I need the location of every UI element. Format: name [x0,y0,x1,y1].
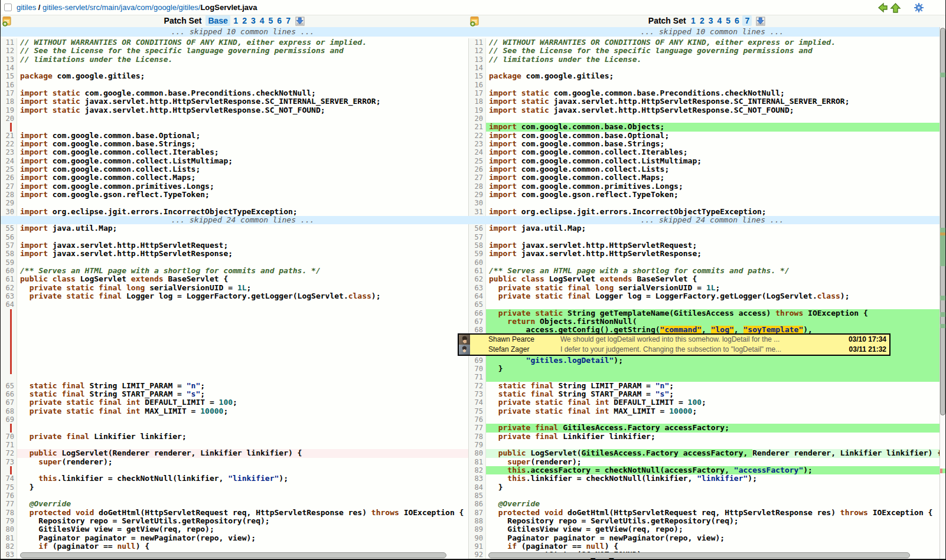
line-number[interactable]: 74 [468,398,486,407]
line-number[interactable]: 62 [1,284,17,292]
patchset-link-5[interactable]: 5 [726,16,730,25]
line-number[interactable]: 65 [468,300,486,309]
patchset-link-base[interactable]: Base [205,15,230,26]
line-number[interactable]: 20 [1,114,17,123]
line-number[interactable]: 24 [468,148,486,156]
line-number[interactable]: 21 [1,132,17,140]
green-arrow-up-icon[interactable] [890,2,901,13]
line-number[interactable]: 65 [1,382,17,390]
patchset-link-6[interactable]: 6 [735,16,739,25]
line-number[interactable]: 79 [468,441,486,449]
line-number[interactable]: 67 [468,317,486,326]
line-number[interactable]: 31 [468,208,486,216]
line-number[interactable]: 78 [1,509,17,517]
line-number[interactable]: 71 [468,373,486,381]
line-number[interactable]: 11 [1,38,17,47]
line-number[interactable]: 12 [468,47,486,55]
line-number[interactable]: 80 [468,449,486,457]
patchset-link-4[interactable]: 4 [260,16,265,25]
patchset-link-2[interactable]: 2 [700,16,704,25]
file-reviewed-checkbox[interactable] [4,4,12,11]
line-number[interactable]: 30 [468,199,486,207]
line-number[interactable]: 11 [468,38,486,47]
line-number[interactable]: 14 [468,64,486,72]
line-number[interactable]: 19 [468,106,486,114]
line-number[interactable]: 30 [1,208,17,216]
line-number[interactable]: 26 [1,173,17,182]
patchset-link-7[interactable]: 7 [286,16,291,25]
line-number[interactable]: 70 [468,365,486,373]
line-number[interactable]: 77 [468,424,486,432]
line-number[interactable]: 74 [1,474,17,483]
line-number[interactable]: 64 [468,292,486,300]
line-number[interactable]: 71 [1,441,17,449]
download-patch-icon[interactable] [295,17,305,26]
skipped-lines-band[interactable]: ... skipped 10 common lines ... [468,27,940,37]
line-number[interactable]: 13 [468,55,486,64]
line-number[interactable]: 62 [468,275,486,283]
line-number[interactable] [1,123,17,131]
line-number[interactable]: 24 [1,157,17,165]
patchset-link-3[interactable]: 3 [251,16,256,25]
line-number[interactable]: 78 [468,433,486,441]
line-number[interactable]: 68 [1,407,17,415]
line-number[interactable]: 83 [1,551,17,559]
skipped-lines-band[interactable]: ... skipped 24 common lines ... [468,216,940,224]
line-number[interactable]: 22 [468,132,486,140]
breadcrumb-project-link[interactable]: gitiles [17,3,36,12]
line-number[interactable]: 12 [1,47,17,55]
line-number[interactable]: 25 [1,165,17,173]
line-number[interactable]: 69 [1,415,17,424]
comment-summary-row[interactable]: Shawn PearceWe should get logDetail work… [459,335,889,345]
breadcrumb-path-link[interactable]: gitiles-servlet/src/main/java/com/google… [43,3,200,12]
line-number[interactable]: 17 [1,89,17,97]
line-number[interactable]: 72 [468,382,486,390]
line-number[interactable]: 69 [468,356,486,365]
patchset-link-1[interactable]: 1 [233,16,238,25]
line-number[interactable]: 73 [468,390,486,398]
line-number[interactable]: 72 [1,449,17,457]
comment-summary-row[interactable]: Stefan ZagerI defer to your judgement. C… [459,345,889,355]
line-number[interactable]: 89 [468,525,486,533]
line-number[interactable]: 76 [468,415,486,424]
patchset-link-3[interactable]: 3 [709,16,713,25]
line-number[interactable]: 29 [1,199,17,207]
patchset-link-4[interactable]: 4 [717,16,722,25]
line-number[interactable]: 28 [1,191,17,199]
green-arrow-left-icon[interactable] [877,2,888,13]
line-number[interactable]: 15 [1,72,17,80]
line-number[interactable]: 59 [468,250,486,258]
line-number[interactable] [1,424,17,432]
line-number[interactable]: 66 [1,390,17,398]
line-number[interactable]: 17 [468,89,486,97]
line-number[interactable]: 16 [468,81,486,89]
line-number[interactable]: 63 [468,284,486,292]
line-number[interactable]: 14 [1,64,17,72]
file-add-icon[interactable] [470,16,480,27]
patchset-link-6[interactable]: 6 [277,16,282,25]
patchset-link-7[interactable]: 7 [742,15,752,26]
line-number[interactable]: 84 [468,483,486,492]
line-number[interactable]: 61 [1,275,17,283]
inline-comment-thread[interactable]: Shawn PearceWe should get logDetail work… [458,333,890,356]
line-number[interactable]: 75 [468,407,486,415]
overview-scrollbar[interactable] [940,27,945,559]
gear-icon[interactable] [914,2,924,13]
line-number[interactable]: 59 [1,258,17,267]
line-number[interactable]: 90 [468,534,486,542]
line-number[interactable]: 87 [468,509,486,517]
line-number[interactable]: 83 [468,474,486,483]
horizontal-scrollbar-right[interactable] [488,552,910,558]
line-number[interactable]: 19 [1,106,17,114]
line-number[interactable]: 92 [468,551,486,559]
line-number[interactable]: 57 [468,233,486,241]
line-number[interactable]: 21 [468,123,486,131]
line-number[interactable]: 63 [1,292,17,300]
line-number[interactable]: 25 [468,157,486,165]
line-number[interactable]: 13 [1,55,17,64]
line-number[interactable]: 56 [1,233,17,241]
line-number[interactable]: 23 [468,140,486,148]
line-number[interactable]: 73 [1,458,17,466]
line-number[interactable]: 76 [1,492,17,500]
file-add-icon[interactable] [2,16,12,27]
